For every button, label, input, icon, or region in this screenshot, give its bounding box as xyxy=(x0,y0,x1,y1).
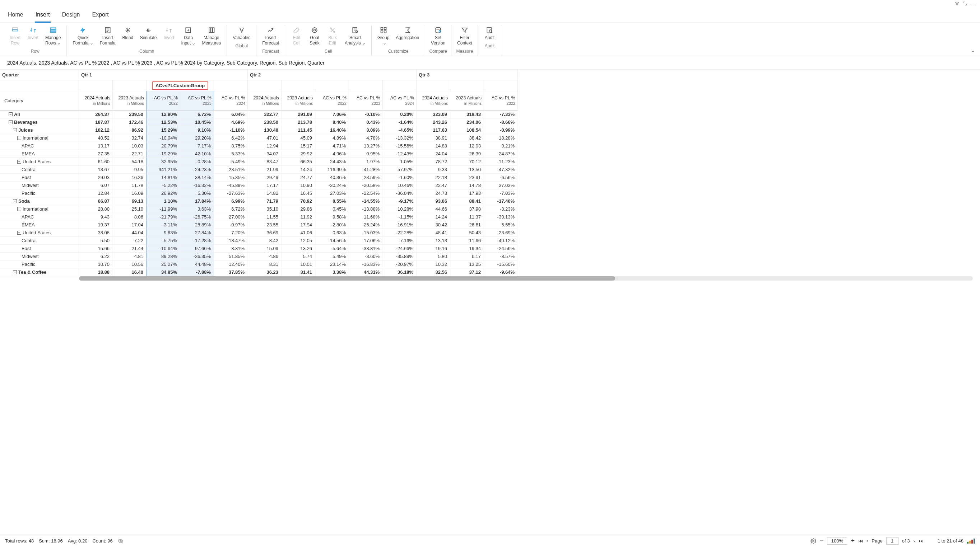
data-cell[interactable]: 78.72 xyxy=(416,158,450,166)
col-header-8[interactable]: AC vs PL %2023 xyxy=(349,91,383,111)
data-cell[interactable]: 13.67 xyxy=(79,166,113,174)
data-cell[interactable]: 61.60 xyxy=(79,158,113,166)
data-cell[interactable]: 20.79% xyxy=(146,142,180,150)
visibility-off-icon[interactable] xyxy=(118,538,124,544)
zoom-level[interactable]: 100% xyxy=(827,537,847,545)
data-cell[interactable]: -33.13% xyxy=(484,213,518,221)
data-cell[interactable]: 8.06 xyxy=(113,213,146,221)
data-cell[interactable]: -5.64% xyxy=(315,245,349,253)
data-cell[interactable]: 9.33 xyxy=(416,166,450,174)
data-cell[interactable]: -24.66% xyxy=(383,245,416,253)
data-cell[interactable]: 29.86 xyxy=(282,205,315,213)
data-cell[interactable]: -0.99% xyxy=(484,126,518,134)
data-cell[interactable]: 26.39 xyxy=(450,150,484,158)
data-cell[interactable]: 9.95 xyxy=(113,166,146,174)
custom-group-header[interactable]: ACvsPLCustomGroup xyxy=(146,80,214,91)
data-cell[interactable]: 30.42 xyxy=(416,221,450,229)
data-cell[interactable]: -16.83% xyxy=(349,260,383,268)
data-cell[interactable]: 14.88 xyxy=(416,142,450,150)
data-cell[interactable]: 29.49 xyxy=(248,174,282,182)
row-label[interactable]: Central xyxy=(0,166,79,174)
ribbon-data-input[interactable]: Data Input ⌄ xyxy=(178,25,198,47)
data-cell[interactable]: 54.18 xyxy=(113,158,146,166)
data-cell[interactable]: 6.04% xyxy=(214,111,248,118)
data-cell[interactable]: 44.31% xyxy=(349,268,383,276)
data-cell[interactable]: -5.75% xyxy=(146,237,180,245)
data-cell[interactable]: -17.40% xyxy=(484,197,518,205)
data-cell[interactable]: 6.22 xyxy=(79,253,113,260)
prev-page-button[interactable]: ‹ xyxy=(867,538,868,544)
data-cell[interactable]: 16.45 xyxy=(282,189,315,197)
data-cell[interactable]: 23.59% xyxy=(349,174,383,182)
data-cell[interactable]: -7.33% xyxy=(484,111,518,118)
data-cell[interactable]: 15.29% xyxy=(146,126,180,134)
ribbon-group[interactable]: Group ⌄ xyxy=(375,25,392,47)
data-cell[interactable]: 0.63% xyxy=(315,229,349,237)
data-cell[interactable]: 14.24 xyxy=(416,213,450,221)
data-cell[interactable]: 38.14% xyxy=(180,174,214,182)
row-label[interactable]: −Juices xyxy=(0,126,79,134)
data-cell[interactable]: 5.50 xyxy=(79,237,113,245)
ribbon-collapse-icon[interactable]: ⌄ xyxy=(971,48,975,53)
data-cell[interactable]: -47.32% xyxy=(484,166,518,174)
data-cell[interactable]: 10.90 xyxy=(282,182,315,189)
expander-icon[interactable]: − xyxy=(8,112,13,116)
data-cell[interactable]: 27.35 xyxy=(79,150,113,158)
data-cell[interactable]: -1.64% xyxy=(383,118,416,126)
data-cell[interactable]: 7.20% xyxy=(214,229,248,237)
data-cell[interactable]: 6.72% xyxy=(214,205,248,213)
data-cell[interactable]: 31.41 xyxy=(282,268,315,276)
data-cell[interactable]: 42.10% xyxy=(180,150,214,158)
data-cell[interactable]: 44.04 xyxy=(113,229,146,237)
col-header-7[interactable]: AC vs PL %2022 xyxy=(315,91,349,111)
data-cell[interactable]: 10.45% xyxy=(180,118,214,126)
data-cell[interactable]: 4.86 xyxy=(248,253,282,260)
data-cell[interactable]: 24.73 xyxy=(416,189,450,197)
data-cell[interactable]: 7.22 xyxy=(113,237,146,245)
data-cell[interactable]: 5.74 xyxy=(282,253,315,260)
data-cell[interactable]: 9.58% xyxy=(315,213,349,221)
data-cell[interactable]: 27.03% xyxy=(315,189,349,197)
data-cell[interactable]: -3.11% xyxy=(146,221,180,229)
data-cell[interactable]: -1.15% xyxy=(383,213,416,221)
expander-icon[interactable]: − xyxy=(17,160,21,164)
data-cell[interactable]: 23.55 xyxy=(248,221,282,229)
data-cell[interactable]: -15.03% xyxy=(349,229,383,237)
data-cell[interactable]: 17.06% xyxy=(349,237,383,245)
data-cell[interactable]: 37.12 xyxy=(450,268,484,276)
data-cell[interactable]: 239.50 xyxy=(113,111,146,118)
qtr2-header[interactable]: Qtr 2 xyxy=(248,69,416,80)
data-cell[interactable]: -7.88% xyxy=(180,268,214,276)
data-cell[interactable]: 5.33% xyxy=(214,150,248,158)
data-cell[interactable]: 8.40% xyxy=(315,118,349,126)
data-cell[interactable]: -9.17% xyxy=(383,197,416,205)
more-icon[interactable]: ··· xyxy=(970,1,977,7)
data-cell[interactable]: 10.03 xyxy=(113,142,146,150)
data-cell[interactable]: 12.40% xyxy=(214,260,248,268)
data-cell[interactable]: 3.38% xyxy=(315,268,349,276)
data-cell[interactable]: 13.27% xyxy=(349,142,383,150)
data-cell[interactable]: 47.01 xyxy=(248,134,282,142)
data-cell[interactable]: 4.89% xyxy=(315,134,349,142)
data-cell[interactable]: 9.10% xyxy=(180,126,214,134)
row-label[interactable]: −Beverages xyxy=(0,118,79,126)
data-cell[interactable]: 41.28% xyxy=(349,166,383,174)
data-cell[interactable]: 8.31 xyxy=(248,260,282,268)
data-cell[interactable]: -21.79% xyxy=(146,213,180,221)
data-cell[interactable]: -1.10% xyxy=(214,126,248,134)
data-cell[interactable]: -10.64% xyxy=(146,245,180,253)
data-cell[interactable]: 5.55% xyxy=(484,221,518,229)
data-cell[interactable]: 130.48 xyxy=(248,126,282,134)
data-cell[interactable]: 4.81 xyxy=(113,253,146,260)
col-header-1[interactable]: 2023 Actualsin Millions xyxy=(113,91,146,111)
data-cell[interactable]: 36.69 xyxy=(248,229,282,237)
data-cell[interactable]: 16.40 xyxy=(113,268,146,276)
data-cell[interactable]: -7.16% xyxy=(383,237,416,245)
row-label[interactable]: −United States xyxy=(0,158,79,166)
data-cell[interactable]: 117.63 xyxy=(416,126,450,134)
data-cell[interactable]: 37.85% xyxy=(214,268,248,276)
data-cell[interactable]: -0.10% xyxy=(349,111,383,118)
data-cell[interactable]: 264.37 xyxy=(79,111,113,118)
data-cell[interactable]: 19.37 xyxy=(79,221,113,229)
row-label[interactable]: East xyxy=(0,245,79,253)
